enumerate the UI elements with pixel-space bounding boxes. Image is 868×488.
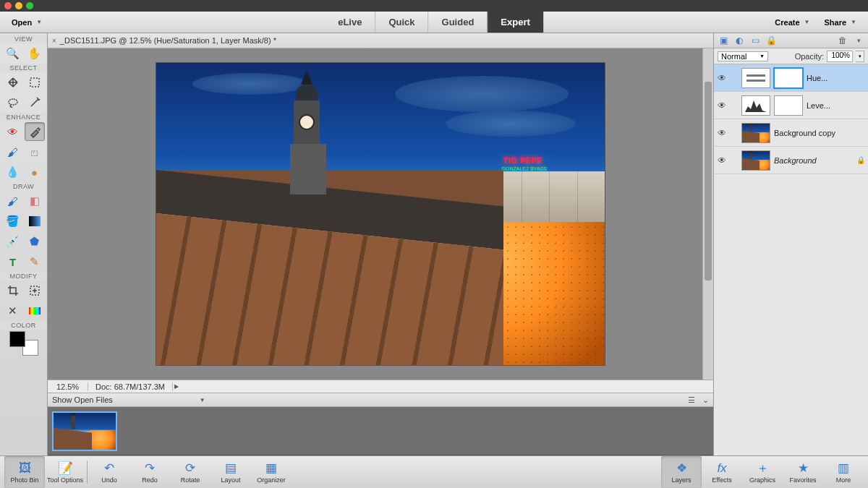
hand-tool[interactable]: ✋ [25, 44, 45, 63]
status-menu-icon[interactable]: ▶ [174, 383, 179, 390]
shape-tool[interactable]: ⬟ [25, 232, 45, 251]
smart-brush-tool[interactable] [25, 122, 45, 141]
scrollbar-thumb[interactable] [705, 82, 712, 281]
taskbar-organizer[interactable]: ▦ Organizer [251, 456, 292, 488]
toolbox-section-enhance: ENHANCE [0, 113, 47, 121]
recompose-tool[interactable] [25, 281, 45, 300]
add-mask-icon[interactable]: ▭ [749, 35, 761, 46]
taskbar-layers[interactable]: ❖ Layers [661, 456, 702, 488]
visibility-toggle-icon[interactable]: 👁 [717, 73, 727, 83]
redeye-tool[interactable]: 👁 [3, 122, 23, 141]
layer-name[interactable]: Hue... [807, 74, 865, 82]
zoom-tool[interactable]: 🔍 [3, 44, 23, 63]
opacity-stepper-icon[interactable]: ▾ [856, 51, 864, 62]
window-zoom-button[interactable] [26, 2, 33, 9]
panel-menu-icon[interactable]: ▾ [853, 35, 864, 46]
mode-quick[interactable]: Quick [375, 12, 427, 33]
visibility-toggle-icon[interactable]: 👁 [717, 100, 727, 111]
content-aware-tool[interactable] [25, 301, 45, 320]
mode-elive[interactable]: eLive [325, 12, 375, 33]
window-close-button[interactable] [4, 2, 12, 9]
layer-name[interactable]: Leve... [807, 101, 865, 110]
document-tabstrip: × _DSC1511.JPG @ 12.5% (Hue/Saturation 1… [48, 33, 713, 48]
center-column: × _DSC1511.JPG @ 12.5% (Hue/Saturation 1… [48, 33, 713, 455]
adjustment-thumbnail[interactable] [741, 68, 770, 88]
taskbar-rotate[interactable]: ⟳ Rotate [170, 456, 210, 488]
bin-filter-dropdown[interactable]: Show Open Files ▼ [52, 395, 205, 404]
app-root: Open ▼ eLive Quick Guided Expert Create … [0, 0, 868, 488]
new-layer-icon[interactable]: ▣ [718, 35, 729, 46]
taskbar-layout[interactable]: ▤ Layout [210, 456, 251, 488]
layer-thumbnail[interactable] [741, 123, 770, 143]
taskbar-favorites[interactable]: ★ Favorites [783, 456, 823, 488]
marquee-tool[interactable] [25, 73, 45, 92]
window-minimize-button[interactable] [15, 2, 22, 9]
zoom-level[interactable]: 12.5% [48, 382, 88, 391]
vertical-scrollbar[interactable] [702, 48, 713, 380]
bin-list-icon[interactable]: ☰ [688, 395, 695, 405]
blur-tool[interactable]: 💧 [3, 163, 23, 181]
taskbar-photo-bin[interactable]: 🖼 Photo Bin [4, 456, 45, 488]
close-tab-icon[interactable]: × [52, 37, 56, 45]
visibility-toggle-icon[interactable]: 👁 [717, 155, 727, 166]
layer-thumbnail[interactable] [741, 150, 770, 171]
crop-tool[interactable] [3, 281, 23, 300]
dropdown-triangle-icon: ▼ [760, 53, 765, 59]
taskbar-label: Rotate [181, 476, 200, 484]
text-tool[interactable]: T [3, 252, 23, 271]
document-tab[interactable]: × _DSC1511.JPG @ 12.5% (Hue/Saturation 1… [52, 36, 276, 45]
adjustment-thumbnail[interactable] [741, 95, 770, 116]
sponge-tool[interactable]: ● [25, 163, 45, 181]
opacity-value[interactable]: 100% [827, 51, 853, 62]
fill-tool[interactable]: 🪣 [3, 212, 23, 231]
layer-background-copy[interactable]: 👁 Background copy [714, 119, 868, 147]
layer-hue-saturation[interactable]: 👁 Hue... [714, 64, 868, 92]
share-menu[interactable]: Share ▼ [819, 17, 863, 28]
taskbar-more[interactable]: ▥ More [823, 456, 864, 488]
doc-size[interactable]: Doc: 68.7M/137.3M [88, 382, 173, 391]
sponge-icon: ● [31, 166, 38, 179]
foreground-swatch[interactable] [9, 331, 25, 347]
layer-name[interactable]: Background [774, 156, 851, 165]
move-tool[interactable] [3, 73, 23, 92]
photo-bin-header: Show Open Files ▼ ☰ ⌄ [48, 393, 713, 407]
paint-brush-tool[interactable]: 🖌 [3, 192, 23, 210]
clone-stamp-tool[interactable]: ⏍ [25, 142, 45, 161]
layer-name[interactable]: Background copy [774, 129, 865, 137]
quick-select-tool[interactable] [25, 93, 45, 112]
toolbox-section-view: VIEW [0, 35, 47, 43]
eyedropper-tool[interactable]: 💉 [3, 232, 23, 251]
taskbar-undo[interactable]: ↶ Undo [89, 456, 129, 488]
open-menu[interactable]: Open ▼ [6, 17, 48, 28]
pencil-tool[interactable]: ✎ [25, 252, 45, 271]
layer-background[interactable]: 👁 Background 🔒 [714, 147, 868, 174]
taskbar-effects[interactable]: fx Effects [702, 456, 742, 488]
layer-levels[interactable]: 👁 Leve... [714, 92, 868, 119]
document-canvas[interactable]: TIO PEPE GONZALEZ BYASS [156, 63, 605, 365]
brush-tool[interactable]: 🖌 [3, 142, 23, 161]
eraser-tool[interactable]: ◧ [25, 192, 45, 210]
lasso-tool[interactable] [3, 93, 23, 112]
taskbar-tool-options[interactable]: 📝 Tool Options [45, 456, 85, 488]
straighten-tool[interactable]: ✕ [3, 301, 23, 320]
blend-mode-select[interactable]: Normal ▼ [718, 51, 768, 61]
visibility-toggle-icon[interactable]: 👁 [717, 128, 727, 138]
color-swatches[interactable] [9, 331, 38, 356]
canvas-area[interactable]: TIO PEPE GONZALEZ BYASS [48, 48, 713, 380]
taskbar-redo[interactable]: ↷ Redo [129, 456, 170, 488]
layer-mask-thumbnail[interactable] [774, 68, 803, 88]
create-menu[interactable]: Create ▼ [769, 17, 815, 28]
layer-mask-thumbnail[interactable] [774, 95, 803, 116]
mode-expert[interactable]: Expert [487, 12, 542, 33]
share-menu-label: Share [825, 18, 847, 27]
mode-guided[interactable]: Guided [428, 12, 488, 33]
bin-collapse-icon[interactable]: ⌄ [702, 395, 709, 405]
taskbar-graphics[interactable]: ＋ Graphics [742, 456, 783, 488]
gradient-tool[interactable] [25, 212, 45, 231]
new-adjustment-icon[interactable]: ◐ [733, 35, 745, 46]
delete-layer-icon[interactable]: 🗑 [837, 35, 848, 46]
dropdown-triangle-icon: ▼ [804, 19, 810, 25]
bin-thumbnail[interactable] [52, 411, 117, 451]
taskbar-label: Graphics [749, 476, 775, 484]
lock-layer-icon[interactable]: 🔒 [765, 35, 777, 46]
